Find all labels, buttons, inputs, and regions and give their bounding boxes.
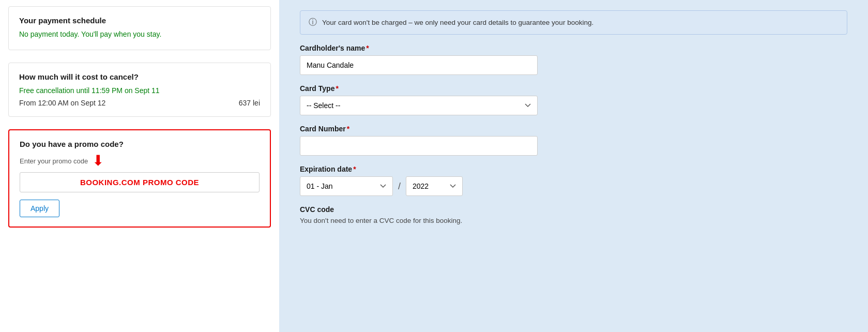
- cvc-note: You don't need to enter a CVC code for t…: [300, 217, 847, 224]
- promo-title: Do you have a promo code?: [20, 140, 260, 148]
- expiry-row: 01 - Jan 02 - Feb 03 - Mar 04 - Apr 05 -…: [300, 176, 847, 196]
- right-panel: ⓘ Your card won't be charged – we only n…: [279, 0, 868, 332]
- promo-code-input[interactable]: [20, 172, 260, 192]
- required-star: *: [366, 44, 369, 52]
- promo-label: Enter your promo code ⬇: [20, 154, 260, 168]
- card-number-group: Card Number*: [300, 125, 847, 156]
- cvc-label: CVC code: [300, 205, 847, 214]
- paid-cancellation-amount: 637 lei: [239, 99, 260, 107]
- slash-divider: /: [398, 181, 401, 192]
- cancellation-title: How much will it cost to cancel?: [19, 72, 260, 81]
- card-type-group: Card Type* -- Select -- Visa Mastercard …: [300, 84, 847, 115]
- paid-cancellation-row: From 12:00 AM on Sept 12 637 lei: [19, 99, 260, 107]
- cardholder-name-input[interactable]: [300, 55, 538, 75]
- paid-cancellation-date: From 12:00 AM on Sept 12: [19, 99, 105, 107]
- card-type-label: Card Type*: [300, 84, 847, 93]
- card-number-label: Card Number*: [300, 125, 847, 133]
- expiry-year-select[interactable]: 2022 2023 2024 2025 2026 2027 2028: [406, 176, 463, 196]
- promo-code-card: Do you have a promo code? Enter your pro…: [8, 129, 271, 228]
- apply-button[interactable]: Apply: [20, 200, 59, 217]
- expiration-date-group: Expiration date* 01 - Jan 02 - Feb 03 - …: [300, 165, 847, 196]
- free-cancellation-text: Free cancellation until 11:59 PM on Sept…: [19, 86, 260, 95]
- payment-schedule-card: Your payment schedule No payment today. …: [8, 6, 271, 50]
- info-icon: ⓘ: [309, 17, 317, 28]
- required-star-3: *: [347, 125, 349, 133]
- payment-schedule-title: Your payment schedule: [19, 16, 260, 25]
- cardholder-name-label: Cardholder's name*: [300, 44, 847, 52]
- info-banner: ⓘ Your card won't be charged – we only n…: [300, 10, 847, 35]
- promo-input-wrapper: [20, 172, 260, 192]
- cvc-group: CVC code You don't need to enter a CVC c…: [300, 205, 847, 224]
- required-star-2: *: [336, 84, 338, 93]
- left-panel: Your payment schedule No payment today. …: [0, 0, 279, 332]
- card-number-input[interactable]: [300, 136, 538, 156]
- expiry-month-select[interactable]: 01 - Jan 02 - Feb 03 - Mar 04 - Apr 05 -…: [300, 176, 393, 196]
- info-banner-text: Your card won't be charged – we only nee…: [322, 19, 593, 26]
- payment-schedule-subtitle: No payment today. You'll pay when you st…: [19, 30, 260, 38]
- expiration-date-label: Expiration date*: [300, 165, 847, 173]
- arrow-down-icon: ⬇: [92, 154, 104, 168]
- required-star-4: *: [353, 165, 356, 173]
- cardholder-name-group: Cardholder's name*: [300, 44, 847, 75]
- cancellation-card: How much will it cost to cancel? Free ca…: [8, 63, 271, 117]
- card-type-select[interactable]: -- Select -- Visa Mastercard American Ex…: [300, 96, 538, 115]
